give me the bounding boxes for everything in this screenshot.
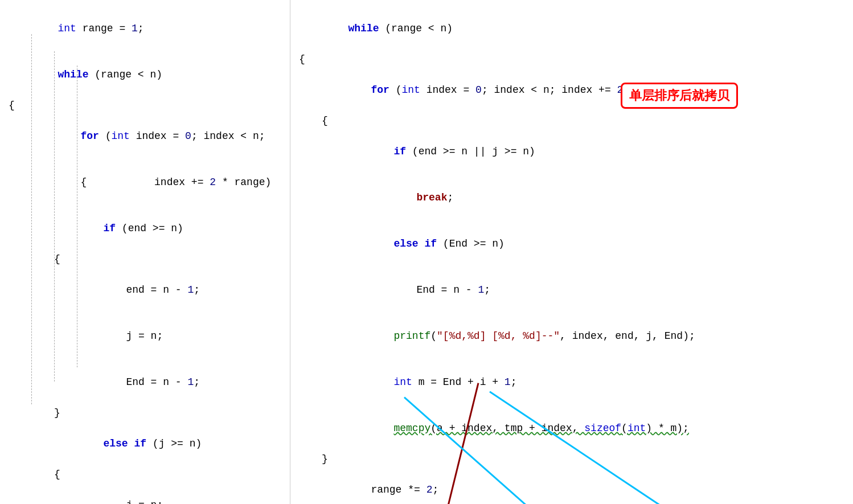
right-line-13: range *= 2; xyxy=(299,467,844,504)
right-line-5: if (end >= n || j >= n) xyxy=(299,129,844,175)
right-line-12: } xyxy=(299,452,844,467)
annotation-box: 单层排序后就拷贝 xyxy=(621,83,738,109)
code-line-12: else if (j >= n) xyxy=(9,421,281,467)
code-line-6: if (end >= n) xyxy=(9,206,281,252)
code-line-2: while (range < n) xyxy=(9,52,281,98)
right-line-6: break; xyxy=(299,175,844,221)
left-code: int range = 1; while (range < n) { for (… xyxy=(9,6,281,504)
right-line-1: while (range < n) xyxy=(299,6,844,52)
right-line-4: { xyxy=(299,113,844,129)
right-line-3: for (int index = 0; index < n; index += … xyxy=(299,67,844,113)
right-line-2: { xyxy=(299,52,844,67)
code-line-14: j = n; xyxy=(9,482,281,504)
right-line-7: else if (End >= n) xyxy=(299,221,844,267)
code-line-8: end = n - 1; xyxy=(9,267,281,313)
right-panel: while (range < n) { for (int index = 0; … xyxy=(290,0,853,504)
code-line-11: } xyxy=(9,405,281,421)
code-line-3: { xyxy=(9,98,281,113)
right-line-9: printf("[%d,%d] [%d, %d]--", index, end,… xyxy=(299,313,844,359)
code-line-4: for (int index = 0; index < n; xyxy=(9,113,281,159)
right-line-10: int m = End + i + 1; xyxy=(299,359,844,405)
code-line-13: { xyxy=(9,467,281,482)
code-line-10: End = n - 1; xyxy=(9,359,281,405)
code-line-5: { index += 2 * range) xyxy=(9,159,281,206)
code-line-9: j = n; xyxy=(9,313,281,359)
annotation-text: 单层排序后就拷贝 xyxy=(629,88,729,103)
right-line-8: End = n - 1; xyxy=(299,267,844,313)
code-line-1: int range = 1; xyxy=(9,6,281,52)
main-container: int range = 1; while (range < n) { for (… xyxy=(0,0,853,504)
code-line-7: { xyxy=(9,252,281,267)
right-line-11: memcpy(a + index, tmp + index, sizeof(in… xyxy=(299,405,844,452)
left-panel: int range = 1; while (range < n) { for (… xyxy=(0,0,290,504)
right-code: while (range < n) { for (int index = 0; … xyxy=(299,6,844,504)
